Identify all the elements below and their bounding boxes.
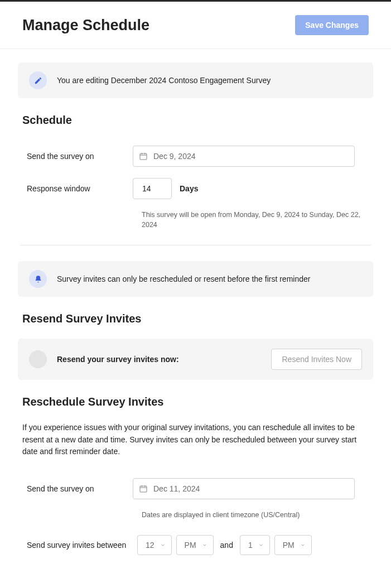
calendar-icon [133, 152, 153, 161]
end-hour-select[interactable]: 1 [240, 535, 270, 555]
days-label: Days [180, 184, 198, 193]
page-title: Manage Schedule [22, 17, 149, 34]
page-header: Manage Schedule Save Changes [0, 2, 391, 49]
response-window-input[interactable] [133, 178, 172, 199]
calendar-icon [133, 484, 153, 493]
resend-now-icon [29, 350, 47, 368]
edit-icon [29, 71, 47, 89]
reschedule-section-title: Reschedule Survey Invites [22, 396, 373, 408]
tz-note: Dates are displayed in client timezone (… [142, 511, 300, 519]
save-changes-button[interactable]: Save Changes [295, 15, 369, 35]
start-hour-select[interactable]: 12 [137, 535, 172, 555]
resend-section-title: Resend Survey Invites [22, 312, 373, 325]
invite-time-row: Send survey invites between 12 PM and 1 … [18, 529, 373, 561]
page-content: You are editing December 2024 Contoso En… [0, 49, 391, 583]
editing-banner: You are editing December 2024 Contoso En… [18, 62, 373, 98]
reminder-banner-text: Survey invites can only be rescheduled o… [57, 274, 310, 283]
response-window-row: Response window Days [18, 172, 373, 205]
schedule-send-date-value: Dec 9, 2024 [153, 152, 196, 161]
section-divider [20, 245, 371, 245]
reschedule-send-date-value: Dec 11, 2024 [153, 484, 200, 493]
reschedule-description: If you experience issues with your origi… [22, 422, 369, 458]
tz-note-row: Dates are displayed in client timezone (… [18, 509, 373, 519]
reschedule-send-date-input[interactable]: Dec 11, 2024 [133, 478, 355, 499]
chevron-down-icon [202, 542, 207, 548]
end-ampm-value: PM [283, 541, 295, 550]
start-ampm-value: PM [185, 541, 196, 550]
invite-time-selects: 12 PM and 1 PM [137, 535, 312, 555]
resend-prompt: Resend your survey invites now: [57, 355, 271, 364]
response-window-label: Response window [27, 184, 133, 193]
schedule-range-text: This survey will be open from Monday, De… [142, 211, 360, 229]
start-ampm-select[interactable]: PM [176, 535, 214, 555]
chevron-down-icon [300, 542, 306, 548]
schedule-range-row: This survey will be open from Monday, De… [18, 209, 373, 229]
chevron-down-icon [258, 542, 264, 548]
svg-rect-1 [140, 486, 147, 492]
editing-banner-text: You are editing December 2024 Contoso En… [57, 76, 271, 85]
resend-box: Resend your survey invites now: Resend I… [18, 339, 373, 380]
and-label: and [220, 541, 233, 550]
end-hour-value: 1 [248, 541, 253, 550]
resend-invites-button[interactable]: Resend Invites Now [271, 349, 362, 370]
end-ampm-select[interactable]: PM [274, 535, 312, 555]
chevron-down-icon [160, 542, 166, 548]
start-hour-value: 12 [146, 541, 155, 550]
reminder-banner: Survey invites can only be rescheduled o… [18, 261, 373, 297]
schedule-send-date-input[interactable]: Dec 9, 2024 [133, 146, 355, 167]
reschedule-send-label: Send the survey on [27, 484, 133, 493]
bell-icon [29, 270, 47, 288]
schedule-send-label: Send the survey on [27, 152, 133, 161]
svg-rect-0 [140, 153, 147, 160]
schedule-section-title: Schedule [22, 114, 373, 127]
schedule-send-row: Send the survey on Dec 9, 2024 [18, 140, 373, 172]
reschedule-send-row: Send the survey on Dec 11, 2024 [18, 473, 373, 505]
invite-between-label: Send survey invites between [27, 541, 137, 550]
